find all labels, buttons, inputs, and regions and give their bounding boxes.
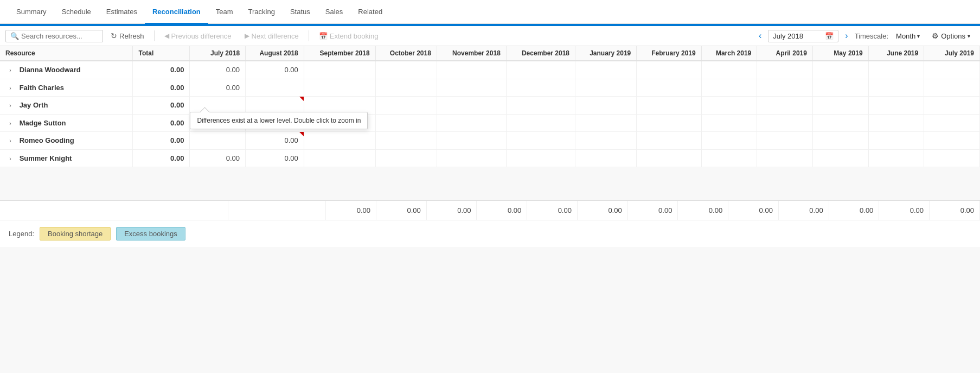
- col-jun-2019: June 2019: [868, 46, 924, 61]
- tab-status[interactable]: Status: [283, 0, 318, 24]
- data-cell: [437, 61, 506, 79]
- col-mar-2019: March 2019: [701, 46, 757, 61]
- separator2: [309, 30, 309, 41]
- table-header-row: Resource Total July 2018 August 2018 Sep…: [0, 46, 980, 61]
- tab-team[interactable]: Team: [208, 0, 241, 24]
- summary-data-cell: 0.00: [577, 201, 627, 220]
- data-cell: [506, 97, 575, 115]
- data-cell: [701, 79, 757, 97]
- date-prev-button[interactable]: ‹: [755, 30, 765, 42]
- legend-label: Legend:: [9, 230, 34, 238]
- summary-section: 0.00 0.00 0.00 0.00 0.00 0.00 0.00 0.00 …: [0, 200, 980, 220]
- data-cell: [304, 61, 375, 79]
- data-cell: [868, 97, 924, 115]
- col-feb-2019: February 2019: [637, 46, 701, 61]
- data-cell: 0.00: [190, 61, 246, 79]
- data-cell: [506, 132, 575, 150]
- data-cell: [375, 61, 437, 79]
- data-cell: [375, 79, 437, 97]
- separator: [154, 30, 155, 41]
- expand-icon[interactable]: ›: [7, 67, 14, 74]
- data-cell: [924, 114, 980, 132]
- col-jul-2018: July 2018: [190, 46, 246, 61]
- col-jan-2019: January 2019: [575, 46, 637, 61]
- tab-related[interactable]: Related: [350, 0, 390, 24]
- tab-tracking[interactable]: Tracking: [241, 0, 283, 24]
- table-row: › Jay Orth 0.00 Differences exist at a l…: [0, 97, 980, 115]
- options-chevron-icon: ▾: [968, 33, 970, 39]
- tab-estimates[interactable]: Estimates: [99, 0, 145, 24]
- timescale-dropdown[interactable]: Month ▾: [892, 30, 924, 42]
- data-cell: [868, 132, 924, 150]
- tab-summary[interactable]: Summary: [9, 0, 54, 24]
- toolbar: 🔍 ↻ Refresh ◀ Previous difference ▶ Next…: [0, 26, 980, 46]
- data-cell: [812, 97, 868, 115]
- tab-schedule[interactable]: Schedule: [54, 0, 99, 24]
- refresh-button[interactable]: ↻ Refresh: [105, 29, 150, 42]
- table-row: › Dianna Woodward 0.00 0.00 0.00: [0, 61, 980, 79]
- chevron-right-icon: ▶: [245, 32, 249, 40]
- data-cell: [757, 149, 813, 167]
- expand-icon[interactable]: ›: [7, 155, 14, 162]
- data-cell: [868, 114, 924, 132]
- data-cell: 0.00: [246, 132, 304, 150]
- data-cell: [437, 149, 506, 167]
- expand-icon[interactable]: ›: [7, 137, 14, 145]
- data-cell: [868, 61, 924, 79]
- extend-booking-button[interactable]: 📅 Extend booking: [313, 30, 384, 42]
- tab-reconciliation[interactable]: Reconciliation: [145, 0, 208, 24]
- data-cell: [757, 79, 813, 97]
- col-nov-2018: November 2018: [437, 46, 506, 61]
- col-may-2019: May 2019: [812, 46, 868, 61]
- col-dec-2018: December 2018: [506, 46, 575, 61]
- resource-name: Dianna Woodward: [20, 66, 81, 74]
- data-cell: [506, 61, 575, 79]
- data-cell: [812, 149, 868, 167]
- search-box[interactable]: 🔍: [5, 30, 103, 42]
- next-difference-button[interactable]: ▶ Next difference: [239, 30, 304, 42]
- resource-name-cell: › Summer Knight: [0, 149, 133, 167]
- col-resource: Resource: [0, 46, 133, 61]
- data-cell: [757, 97, 813, 115]
- total-cell: 0.00: [133, 61, 190, 79]
- expand-icon[interactable]: ›: [7, 102, 14, 110]
- table-row: › Madge Sutton 0.00 0.00: [0, 114, 980, 132]
- calendar-picker-icon: 📅: [825, 32, 834, 40]
- data-cell: [575, 97, 637, 115]
- data-cell: [190, 132, 246, 150]
- total-cell: 0.00: [133, 149, 190, 167]
- summary-data-cell: 0.00: [930, 201, 980, 220]
- data-cell: [701, 132, 757, 150]
- data-cell: [437, 132, 506, 150]
- data-cell: [575, 61, 637, 79]
- data-cell: [575, 149, 637, 167]
- resource-name-cell: › Faith Charles: [0, 79, 133, 97]
- date-value: July 2018: [773, 32, 803, 40]
- prev-difference-button[interactable]: ◀ Previous difference: [159, 30, 237, 42]
- data-cell: [924, 61, 980, 79]
- summary-row: 0.00 0.00 0.00 0.00 0.00 0.00 0.00 0.00 …: [0, 201, 980, 220]
- summary-data-cell: 0.00: [627, 201, 678, 220]
- data-cell: 0.00: [190, 149, 246, 167]
- resource-name: Romeo Gooding: [20, 136, 74, 144]
- tab-sales[interactable]: Sales: [318, 0, 351, 24]
- resource-name-cell: › Dianna Woodward: [0, 61, 133, 79]
- data-cell: 0.00: [190, 79, 246, 97]
- summary-data-cell: 0.00: [829, 201, 879, 220]
- expand-icon[interactable]: ›: [7, 84, 14, 92]
- options-button[interactable]: ⚙ Options ▾: [927, 30, 975, 42]
- col-apr-2019: April 2019: [757, 46, 813, 61]
- data-cell: [637, 132, 701, 150]
- date-next-button[interactable]: ›: [842, 30, 851, 42]
- expand-icon[interactable]: ›: [7, 119, 14, 127]
- data-cell: [637, 114, 701, 132]
- data-cell: [375, 97, 437, 115]
- search-input[interactable]: [21, 32, 97, 40]
- summary-data-cell: 0.00: [376, 201, 427, 220]
- data-cell: [375, 132, 437, 150]
- data-cell: [304, 132, 375, 150]
- data-cell: [637, 149, 701, 167]
- date-display[interactable]: July 2018 📅: [768, 30, 838, 42]
- timescale-label: Timescale:: [855, 32, 888, 40]
- summary-data-cell: 0.00: [326, 201, 376, 220]
